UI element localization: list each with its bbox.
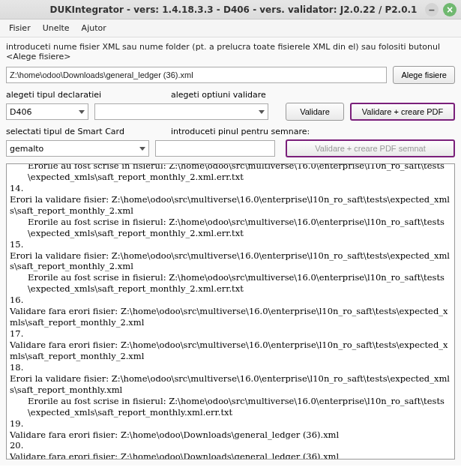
sc-row: gemalto Validare + creare PDF semnat (6, 139, 455, 157)
main-content: introduceti nume fisier XML sau nume fol… (0, 37, 461, 466)
label-smartcard: selectati tipul de Smart Card (6, 127, 171, 136)
label-optiuni-validare: alegeti optiuni validare (171, 90, 266, 100)
menu-item-fisier[interactable]: Fisier (4, 22, 35, 34)
log-line: 14. (10, 183, 451, 194)
validare-creare-pdf-semnat-button[interactable]: Validare + creare PDF semnat (286, 139, 455, 157)
log-line: Validare fara erori fisier: Z:\home\odoo… (10, 340, 451, 362)
decl-labels-row: alegeti tipul declaratiei alegeti optiun… (6, 90, 455, 100)
menu-item-unelte[interactable]: Unelte (38, 22, 74, 34)
log-line: Erori la validare fisier: Z:\home\odoo\s… (10, 194, 451, 217)
select-optiuni-validare[interactable] (94, 103, 268, 120)
log-line: Validare fara erori fisier: Z:\home\odoo… (10, 306, 451, 328)
decl-row: D406 Validare Validare + creare PDF (6, 103, 455, 121)
window-controls: – × (425, 3, 457, 16)
log-line: Erorile au fost scrise in fisierul: Z:\h… (10, 396, 451, 418)
log-line: Erorile au fost scrise in fisierul: Z:\h… (10, 217, 451, 239)
validare-creare-pdf-button[interactable]: Validare + creare PDF (350, 103, 455, 121)
select-declaratie-value: D406 (10, 107, 31, 117)
menu-item-ajutor[interactable]: Ajutor (77, 22, 111, 34)
sc-labels-row: selectati tipul de Smart Card introducet… (6, 127, 455, 136)
select-smartcard-value: gemalto (10, 144, 43, 154)
pin-input[interactable] (155, 140, 275, 157)
log-line: 15. (10, 239, 451, 250)
minimize-button[interactable]: – (425, 3, 439, 16)
validate-buttons: Validare Validare + creare PDF (286, 103, 455, 121)
log-line: 20. (10, 440, 451, 451)
instruction-text: introduceti nume fisier XML sau nume fol… (6, 42, 455, 61)
title-bar: DUKIntegrator - vers: 1.4.18.3.3 - D406 … (0, 0, 461, 19)
log-line: 17. (10, 328, 451, 340)
alege-fisiere-button[interactable]: Alege fisiere (393, 66, 455, 84)
menu-bar: Fisier Unelte Ajutor (0, 19, 461, 37)
window-title: DUKIntegrator - vers: 1.4.18.3.3 - D406 … (42, 4, 425, 15)
validare-button[interactable]: Validare (286, 103, 344, 121)
label-pin: introduceti pinul pentru semnare: (171, 127, 310, 136)
log-line: Validare fara erori fisier: Z:\home\odoo… (10, 430, 451, 441)
log-line: Validare fara erori fisier: Z:\home\odoo… (10, 451, 451, 460)
sign-buttons: Validare + creare PDF semnat (286, 139, 455, 157)
log-line: 19. (10, 418, 451, 430)
chevron-down-icon (139, 147, 145, 151)
log-line: Erori la validare fisier: Z:\home\odoo\s… (10, 373, 451, 396)
file-path-input[interactable] (6, 67, 387, 83)
select-declaratie[interactable]: D406 (6, 103, 88, 120)
log-line: 18. (10, 362, 451, 373)
file-row: Alege fisiere (6, 66, 455, 84)
log-line: Erorile au fost scrise in fisierul: Z:\h… (10, 163, 451, 183)
log-line: 16. (10, 295, 451, 306)
label-tip-declaratie: alegeti tipul declaratiei (6, 90, 171, 100)
log-line: Erorile au fost scrise in fisierul: Z:\h… (10, 272, 451, 295)
select-smartcard[interactable]: gemalto (6, 140, 149, 157)
log-line: Erori la validare fisier: Z:\home\odoo\s… (10, 250, 451, 273)
log-output[interactable]: Erorile au fost scrise in fisierul: Z:\h… (6, 163, 455, 460)
chevron-down-icon (259, 110, 265, 114)
chevron-down-icon (79, 110, 85, 114)
close-button[interactable]: × (443, 3, 457, 16)
